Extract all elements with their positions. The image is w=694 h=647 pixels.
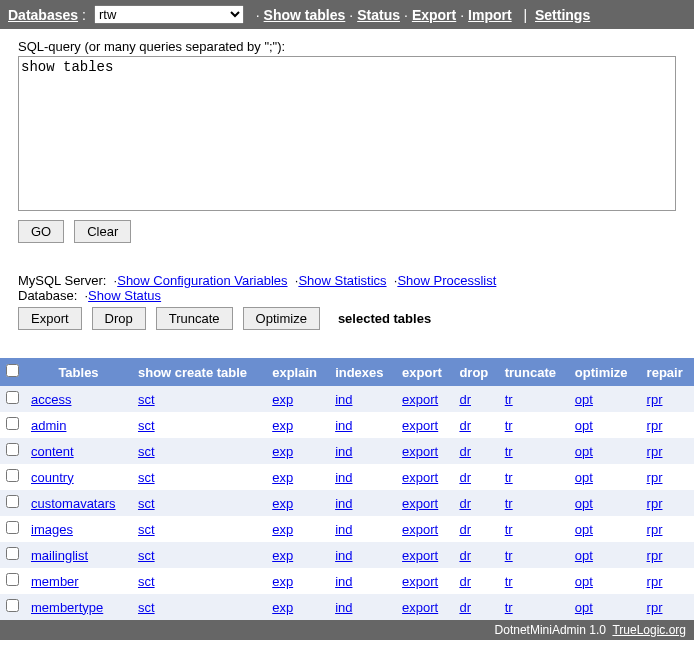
row-checkbox[interactable] [6, 417, 19, 430]
row-checkbox[interactable] [6, 443, 19, 456]
repair-link[interactable]: rpr [647, 496, 663, 511]
repair-link[interactable]: rpr [647, 522, 663, 537]
optimize-link[interactable]: opt [575, 522, 593, 537]
show-config-link[interactable]: Show Configuration Variables [117, 273, 287, 288]
repair-link[interactable]: rpr [647, 470, 663, 485]
export-link[interactable]: export [402, 522, 438, 537]
import-link[interactable]: Import [468, 7, 512, 23]
export-link[interactable]: export [402, 496, 438, 511]
indexes-link[interactable]: ind [335, 600, 352, 615]
repair-link[interactable]: rpr [647, 418, 663, 433]
optimize-link[interactable]: opt [575, 600, 593, 615]
truncate-link[interactable]: tr [505, 496, 513, 511]
sct-link[interactable]: sct [138, 522, 155, 537]
truncate-link[interactable]: tr [505, 522, 513, 537]
indexes-link[interactable]: ind [335, 444, 352, 459]
export-link[interactable]: Export [412, 7, 456, 23]
explain-link[interactable]: exp [272, 392, 293, 407]
clear-button[interactable]: Clear [74, 220, 131, 243]
export-link[interactable]: export [402, 418, 438, 433]
table-name-link[interactable]: images [31, 522, 73, 537]
truncate-link[interactable]: tr [505, 600, 513, 615]
sct-link[interactable]: sct [138, 392, 155, 407]
explain-link[interactable]: exp [272, 444, 293, 459]
sct-link[interactable]: sct [138, 418, 155, 433]
table-name-link[interactable]: access [31, 392, 71, 407]
select-all-checkbox[interactable] [6, 364, 19, 377]
sct-link[interactable]: sct [138, 444, 155, 459]
truncate-button[interactable]: Truncate [156, 307, 233, 330]
show-status-link[interactable]: Show Status [88, 288, 161, 303]
status-link[interactable]: Status [357, 7, 400, 23]
row-checkbox[interactable] [6, 469, 19, 482]
table-name-link[interactable]: membertype [31, 600, 103, 615]
export-link[interactable]: export [402, 574, 438, 589]
repair-link[interactable]: rpr [647, 574, 663, 589]
explain-link[interactable]: exp [272, 418, 293, 433]
truncate-link[interactable]: tr [505, 392, 513, 407]
truncate-link[interactable]: tr [505, 418, 513, 433]
drop-link[interactable]: dr [459, 470, 471, 485]
drop-link[interactable]: dr [459, 392, 471, 407]
sct-link[interactable]: sct [138, 470, 155, 485]
sct-link[interactable]: sct [138, 496, 155, 511]
truncate-link[interactable]: tr [505, 470, 513, 485]
row-checkbox[interactable] [6, 495, 19, 508]
repair-link[interactable]: rpr [647, 444, 663, 459]
explain-link[interactable]: exp [272, 470, 293, 485]
truncate-link[interactable]: tr [505, 574, 513, 589]
optimize-link[interactable]: opt [575, 418, 593, 433]
sct-link[interactable]: sct [138, 548, 155, 563]
optimize-link[interactable]: opt [575, 392, 593, 407]
show-tables-link[interactable]: Show tables [264, 7, 346, 23]
footer-link[interactable]: TrueLogic.org [612, 623, 686, 637]
export-link[interactable]: export [402, 392, 438, 407]
explain-link[interactable]: exp [272, 548, 293, 563]
export-button[interactable]: Export [18, 307, 82, 330]
table-name-link[interactable]: country [31, 470, 74, 485]
export-link[interactable]: export [402, 548, 438, 563]
sct-link[interactable]: sct [138, 574, 155, 589]
export-link[interactable]: export [402, 600, 438, 615]
drop-link[interactable]: dr [459, 418, 471, 433]
database-select[interactable]: rtw [94, 5, 244, 24]
table-name-link[interactable]: admin [31, 418, 66, 433]
optimize-link[interactable]: opt [575, 496, 593, 511]
indexes-link[interactable]: ind [335, 418, 352, 433]
indexes-link[interactable]: ind [335, 548, 352, 563]
row-checkbox[interactable] [6, 521, 19, 534]
optimize-link[interactable]: opt [575, 444, 593, 459]
indexes-link[interactable]: ind [335, 496, 352, 511]
export-link[interactable]: export [402, 444, 438, 459]
explain-link[interactable]: exp [272, 574, 293, 589]
show-proc-link[interactable]: Show Processlist [397, 273, 496, 288]
table-name-link[interactable]: mailinglist [31, 548, 88, 563]
repair-link[interactable]: rpr [647, 600, 663, 615]
row-checkbox[interactable] [6, 573, 19, 586]
truncate-link[interactable]: tr [505, 548, 513, 563]
explain-link[interactable]: exp [272, 496, 293, 511]
optimize-link[interactable]: opt [575, 470, 593, 485]
indexes-link[interactable]: ind [335, 574, 352, 589]
sct-link[interactable]: sct [138, 600, 155, 615]
repair-link[interactable]: rpr [647, 548, 663, 563]
drop-link[interactable]: dr [459, 444, 471, 459]
table-name-link[interactable]: customavatars [31, 496, 116, 511]
go-button[interactable]: GO [18, 220, 64, 243]
drop-link[interactable]: dr [459, 574, 471, 589]
drop-link[interactable]: dr [459, 548, 471, 563]
optimize-link[interactable]: opt [575, 574, 593, 589]
drop-link[interactable]: dr [459, 522, 471, 537]
row-checkbox[interactable] [6, 547, 19, 560]
table-name-link[interactable]: content [31, 444, 74, 459]
drop-button[interactable]: Drop [92, 307, 146, 330]
indexes-link[interactable]: ind [335, 522, 352, 537]
indexes-link[interactable]: ind [335, 470, 352, 485]
truncate-link[interactable]: tr [505, 444, 513, 459]
optimize-link[interactable]: opt [575, 548, 593, 563]
row-checkbox[interactable] [6, 599, 19, 612]
explain-link[interactable]: exp [272, 522, 293, 537]
repair-link[interactable]: rpr [647, 392, 663, 407]
drop-link[interactable]: dr [459, 496, 471, 511]
drop-link[interactable]: dr [459, 600, 471, 615]
